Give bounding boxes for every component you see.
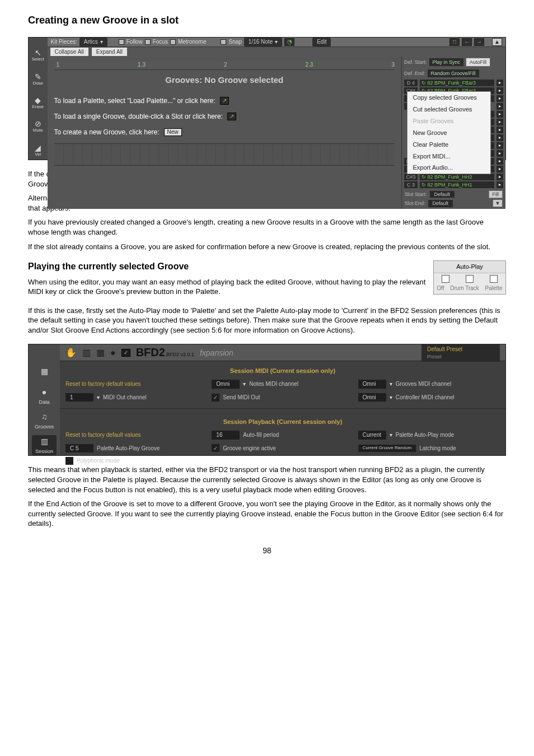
chevron-down-icon: ▾ (243, 380, 246, 388)
notes-channel-dropdown[interactable]: Omni (212, 380, 240, 389)
reset-playback-link[interactable]: Reset to factory default values (65, 431, 141, 439)
context-menu-item[interactable]: Export MIDI... (407, 151, 490, 162)
focus-checkbox[interactable] (145, 39, 151, 45)
auto-play-palette[interactable] (490, 275, 498, 283)
body-text: This means that when playback is started… (28, 465, 506, 494)
globe-icon[interactable]: ● (110, 347, 116, 359)
follow-checkbox[interactable] (119, 39, 124, 45)
slot-play-icon[interactable]: ▸ (496, 95, 503, 102)
fill-button[interactable]: Fill (489, 190, 503, 198)
auto-play-drumtrack[interactable] (466, 275, 474, 283)
sidebar-item-session[interactable]: ▥Session (32, 435, 57, 455)
slot-play-icon[interactable]: ▸ (496, 181, 503, 188)
hand-icon[interactable]: ✋ (65, 347, 77, 359)
context-menu-item[interactable]: Clear Palette (407, 139, 490, 151)
context-menu-item[interactable]: Cut selected Grooves (407, 104, 490, 115)
auto-play-title: Auto-Play (434, 261, 505, 273)
slot-play-icon[interactable]: ▸ (496, 87, 503, 94)
chevron-down-icon: ▾ (390, 380, 392, 388)
preset-dropdown[interactable]: Default Preset Preset (421, 344, 500, 362)
def-end-dropdown[interactable]: Random Groove/Fill (428, 69, 479, 77)
latching-dropdown[interactable]: Current Groove Random (358, 445, 416, 452)
chevron-down-icon: ▾ (390, 431, 392, 439)
palette-panel: Def. Start: Play in Sync AutoFill Def. E… (401, 57, 505, 209)
palette-slot[interactable]: C 3↻ 82 BPM_Funk_HH1▸ (402, 181, 505, 189)
tool-erase[interactable]: ◆Erase (31, 94, 45, 112)
keys-icon[interactable]: ▦ (96, 347, 105, 359)
slot-play-icon[interactable]: ▸ (496, 158, 503, 165)
controller-channel-dropdown[interactable]: Omni (358, 393, 386, 402)
reset-midi-link[interactable]: Reset to factory default values (65, 380, 141, 388)
tool-select[interactable]: ↖Select (31, 46, 45, 64)
grid-icon: ▦ (41, 366, 48, 377)
palette-auto-mode-dropdown[interactable]: Current (358, 431, 386, 440)
new-groove-hint: To create a new Groove, click here:New (54, 128, 395, 137)
slot-play-icon[interactable]: ▸ (496, 174, 503, 180)
clock-icon[interactable]: ◔ (284, 38, 294, 46)
preferences-screenshot: ▦ ●Data ♫Grooves ▥Session ✋ ▥ ▦ ● ✓ BFD2… (28, 344, 506, 456)
slot-play-icon[interactable]: ▸ (496, 150, 503, 157)
snap-checkbox[interactable] (221, 39, 226, 45)
def-end-label: Def. End: (404, 70, 425, 77)
body-text: If the slot already contains a Groove, y… (28, 242, 506, 252)
auto-play-off[interactable] (442, 275, 449, 283)
tool-mute[interactable]: ⊘Mute (31, 118, 45, 136)
header-check[interactable]: ✓ (121, 349, 130, 357)
midi-out-channel-dropdown[interactable]: 1 (65, 393, 93, 402)
kit-pieces-dropdown[interactable]: Artics▾ (79, 38, 107, 46)
auto-play-panel: Auto-Play Off Drum Track Palette (433, 260, 506, 295)
context-menu-item[interactable]: Export Audio... (407, 162, 490, 174)
polyphonic-checkbox[interactable] (65, 457, 73, 465)
tool-vel[interactable]: ◢Vel (31, 142, 45, 160)
send-midi-checkbox[interactable]: ✓ (212, 394, 219, 402)
new-groove-button[interactable]: New (164, 128, 182, 136)
vel-icon: ◢ (35, 144, 41, 152)
grooves-channel-dropdown[interactable]: Omni (358, 380, 386, 389)
context-menu-item[interactable]: New Groove (407, 127, 490, 139)
midi-section-title: Session MIDI (Current session only) (65, 367, 500, 375)
slot-play-icon[interactable]: ▸ (496, 80, 503, 86)
slot-play-icon[interactable]: ▸ (496, 166, 503, 172)
slot-play-icon[interactable]: ▸ (496, 103, 503, 110)
slot-play-icon[interactable]: ▸ (496, 119, 503, 125)
metronome-checkbox[interactable] (170, 39, 176, 45)
tool-draw[interactable]: ✎Draw (31, 71, 45, 88)
slot-play-icon[interactable]: ▸ (496, 111, 503, 118)
chevron-down-icon: ▾ (390, 394, 392, 402)
palette-slot[interactable]: D 4↻ 82 BPM_Funk_FBar3▸ (402, 79, 505, 87)
expand-all-button[interactable]: Expand All (91, 47, 128, 57)
page-title: Creating a new Groove in a slot (28, 13, 506, 27)
groove-engine-checkbox[interactable]: ✓ (212, 444, 219, 452)
slot-end-value[interactable]: Default (428, 200, 453, 207)
snap-value-dropdown[interactable]: 1/16 Note▾ (244, 38, 282, 46)
editor-status-title: Grooves: No Groove selected (54, 74, 395, 86)
slot-start-value[interactable]: Default (430, 191, 455, 198)
body-text: If the End Action of the Groove is set t… (28, 499, 506, 529)
load-palette-icon[interactable]: ↗ (220, 97, 229, 105)
sidebar-item-top[interactable]: ▦ (32, 361, 57, 381)
autofill-button[interactable]: AutoFill (466, 58, 490, 67)
bars-icon[interactable]: ▥ (82, 347, 91, 359)
context-menu-item[interactable]: Copy selected Grooves (407, 92, 490, 104)
palette-slot[interactable]: C#3↻ 82 BPM_Funk_HH2▸ (402, 173, 505, 181)
groove-editor-screenshot: ↖Select ✎Draw ◆Erase ⊘Mute ◢Vel Kit Piec… (28, 37, 506, 160)
sidebar-item-data[interactable]: ●Data (32, 386, 57, 406)
velocity-grid (54, 143, 395, 166)
slot-play-icon[interactable]: ▸ (496, 134, 503, 141)
time-ruler: 1 1.3 2 2.3 3 (54, 61, 395, 70)
slot-play-icon[interactable]: ▸ (496, 127, 503, 133)
autofill-period-dropdown[interactable]: 16 (212, 431, 240, 440)
collapse-all-button[interactable]: Collapse All (50, 47, 89, 57)
nav-stop[interactable]: □ (449, 38, 460, 46)
palette-auto-groove-dropdown[interactable]: C 5 (65, 444, 93, 453)
nav-down[interactable]: ▼ (493, 199, 503, 207)
edit-dropdown[interactable]: Edit (312, 38, 331, 46)
load-groove-icon[interactable]: ↗ (227, 113, 236, 120)
nav-next[interactable]: → (474, 38, 484, 46)
slot-play-icon[interactable]: ▸ (496, 142, 503, 149)
sidebar-item-grooves[interactable]: ♫Grooves (32, 410, 57, 431)
nav-prev[interactable]: ← (462, 38, 472, 46)
nav-up[interactable]: ▲ (492, 38, 502, 46)
slot-key: C 3 (404, 181, 418, 188)
def-start-dropdown[interactable]: Play in Sync (429, 58, 464, 66)
